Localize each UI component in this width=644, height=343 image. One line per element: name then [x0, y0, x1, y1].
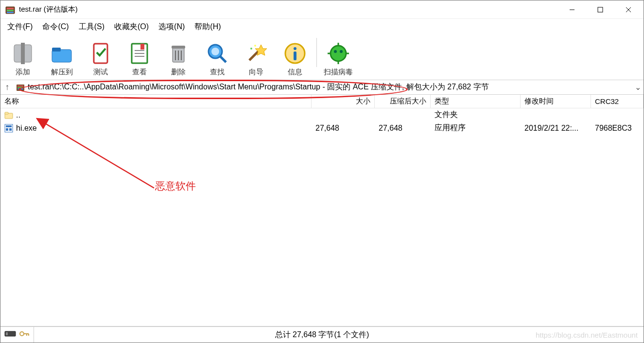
folder-icon: [4, 111, 13, 120]
svg-point-28: [250, 48, 252, 50]
status-summary: 总计 27,648 字节(1 个文件): [275, 330, 369, 340]
menubar: 文件(F) 命令(C) 工具(S) 收藏夹(O) 选项(N) 帮助(H): [0, 19, 644, 36]
disk-icon: [4, 330, 16, 340]
svg-rect-53: [6, 332, 8, 335]
menu-favorites[interactable]: 收藏夹(O): [111, 21, 152, 33]
svg-line-25: [220, 56, 226, 62]
tool-delete[interactable]: 删除: [159, 41, 198, 77]
tool-test[interactable]: 测试: [81, 41, 120, 77]
menu-help[interactable]: 帮助(H): [191, 21, 224, 33]
tool-add[interactable]: 添加: [3, 41, 42, 77]
svg-rect-43: [17, 88, 23, 89]
tool-test-label: 测试: [93, 68, 108, 77]
list-item-file[interactable]: hi.exe 27,648 27,648 应用程序 2019/2/21 22:.…: [0, 121, 644, 135]
svg-rect-1: [7, 8, 14, 9]
tool-view[interactable]: 查看: [120, 41, 159, 77]
col-compressed-size[interactable]: 压缩后大小: [375, 95, 431, 108]
svg-rect-5: [598, 7, 603, 12]
svg-rect-42: [17, 87, 23, 88]
svg-rect-9: [21, 43, 25, 64]
toolbar: 添加 解压到 测试 查看 删除 查找 向导 信息: [0, 36, 644, 80]
toolbar-separator: [316, 38, 317, 67]
svg-point-29: [254, 45, 256, 47]
svg-rect-14: [140, 44, 144, 50]
tool-delete-label: 删除: [171, 68, 186, 77]
tool-extract-to[interactable]: 解压到: [42, 41, 81, 77]
col-size[interactable]: 大小: [312, 95, 375, 108]
svg-rect-11: [52, 48, 61, 51]
tool-add-label: 添加: [16, 68, 30, 77]
virus-icon: [326, 41, 350, 66]
list-item-up[interactable]: .. 文件夹: [0, 108, 644, 121]
close-button[interactable]: [614, 0, 643, 19]
watermark: https://blog.csdn.net/Eastmount: [536, 331, 638, 339]
file-compressed-size: 27,648: [375, 124, 431, 133]
file-type: 应用程序: [431, 123, 521, 133]
add-icon: [11, 41, 35, 66]
file-name: ..: [16, 111, 20, 120]
find-icon: [205, 41, 229, 66]
svg-point-35: [340, 50, 343, 53]
view-icon: [127, 41, 152, 66]
window-title: test.rar (评估版本): [19, 5, 78, 14]
col-crc32[interactable]: CRC32: [591, 95, 644, 108]
menu-file[interactable]: 文件(F): [4, 21, 35, 33]
tool-find-label: 查找: [210, 68, 225, 77]
tool-info[interactable]: 信息: [276, 41, 314, 77]
archive-icon: [16, 83, 25, 92]
tool-wizard[interactable]: 向导: [237, 41, 276, 77]
svg-rect-19: [172, 46, 185, 49]
status-bar: 总计 27,648 字节(1 个文件) https://blog.csdn.ne…: [0, 326, 644, 343]
svg-point-24: [211, 48, 219, 55]
menu-options[interactable]: 选项(N): [156, 21, 188, 33]
window-controls: [558, 0, 643, 19]
exe-icon: [4, 124, 13, 133]
menu-tools[interactable]: 工具(S): [76, 21, 107, 33]
tool-view-label: 查看: [132, 68, 147, 77]
file-modified: 2019/2/21 22:...: [521, 124, 591, 133]
app-icon: [5, 5, 15, 15]
minimize-button[interactable]: [558, 0, 586, 19]
file-size: 27,648: [312, 124, 375, 133]
svg-rect-41: [17, 86, 23, 86]
extract-icon: [50, 41, 74, 66]
titlebar: test.rar (评估版本): [0, 0, 644, 19]
svg-rect-2: [7, 10, 14, 11]
address-dropdown[interactable]: ⌄: [632, 83, 644, 92]
tool-scan-virus[interactable]: 扫描病毒: [319, 41, 358, 77]
file-name: hi.exe: [16, 124, 37, 133]
tool-info-label: 信息: [288, 68, 302, 77]
svg-point-34: [334, 50, 337, 53]
up-button[interactable]: ↑: [0, 82, 14, 92]
svg-rect-45: [5, 112, 8, 114]
svg-point-31: [294, 47, 296, 50]
address-box[interactable]: test.rar\C:\C:C:..\AppData\Roaming\Micro…: [14, 82, 632, 92]
address-bar: ↑ test.rar\C:\C:C:..\AppData\Roaming\Mic…: [0, 80, 644, 95]
address-path: test.rar\C:\C:C:..\AppData\Roaming\Micro…: [28, 82, 489, 92]
info-icon: [283, 41, 307, 66]
svg-point-33: [331, 46, 346, 61]
status-icons: [0, 327, 34, 343]
col-type[interactable]: 类型: [431, 95, 521, 108]
svg-rect-32: [294, 51, 296, 60]
annotation-overlay: 恶意软件: [0, 108, 644, 326]
wizard-icon: [244, 41, 268, 66]
col-modified[interactable]: 修改时间: [521, 95, 591, 108]
svg-rect-47: [6, 125, 12, 127]
tool-extract-label: 解压到: [51, 68, 73, 77]
annotation-label: 恶意软件: [155, 179, 196, 193]
svg-rect-49: [9, 128, 12, 131]
test-icon: [88, 41, 113, 66]
file-crc: 7968E8C3: [591, 124, 644, 133]
tool-find[interactable]: 查找: [198, 41, 237, 77]
maximize-button[interactable]: [586, 0, 614, 19]
tool-scan-label: 扫描病毒: [324, 68, 353, 77]
file-list: .. 文件夹 hi.exe 27,648 27,648 应用程序 2019/2/…: [0, 108, 644, 326]
key-icon: [19, 330, 30, 340]
svg-rect-3: [7, 12, 14, 13]
col-name[interactable]: 名称: [0, 95, 312, 108]
svg-point-54: [20, 332, 24, 336]
menu-command[interactable]: 命令(C): [39, 21, 71, 33]
app-window: test.rar (评估版本) 文件(F) 命令(C) 工具(S) 收藏夹(O)…: [0, 0, 644, 343]
tool-wizard-label: 向导: [249, 68, 263, 77]
